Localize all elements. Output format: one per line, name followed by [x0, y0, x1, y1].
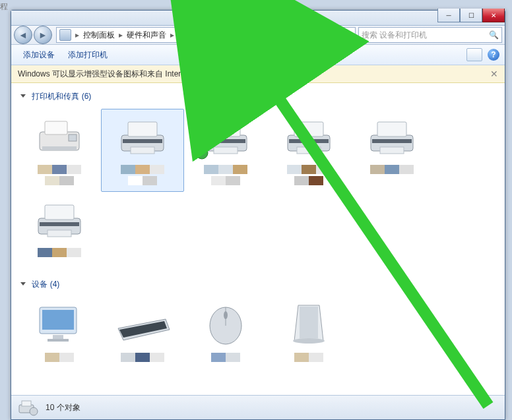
group-header-devices[interactable]: 设备 (4): [18, 275, 498, 297]
info-bar[interactable]: Windows 可以显示增强型设备图标和来自 Internet 的信息。请 行更…: [11, 65, 505, 83]
content-area: 打印机和传真 (6): [11, 83, 505, 394]
search-icon: 🔍: [489, 30, 499, 40]
printer-icon: [282, 117, 335, 156]
nav-bar: ◄ ► ▸ 控制面板 ▸ 硬件和声音 ▸ 设备和打印机 ▾ ↻ 搜索 设备和打印…: [11, 26, 505, 45]
svg-rect-37: [22, 401, 31, 406]
svg-point-35: [293, 338, 325, 344]
explorer-window: ─ ☐ ✕ ◄ ► ▸ 控制面板 ▸ 硬件和声音 ▸ 设备和打印机 ▾ ↻ 搜索…: [11, 10, 505, 420]
monitor-icon: [34, 303, 84, 345]
svg-rect-15: [289, 139, 329, 143]
add-device-button[interactable]: 添加设备: [16, 47, 61, 63]
printer-icon: [116, 117, 169, 156]
printer-icon: [33, 200, 86, 239]
collapse-icon: [20, 282, 26, 285]
printer-item[interactable]: [350, 109, 433, 192]
chevron-right-icon: ▸: [169, 30, 176, 40]
svg-rect-19: [372, 139, 412, 143]
breadcrumb-seg-0[interactable]: 控制面板: [80, 30, 117, 41]
svg-rect-9: [211, 122, 240, 136]
search-placeholder: 搜索 设备和打印机: [362, 30, 427, 41]
refresh-button[interactable]: ↻: [340, 27, 356, 43]
keyboard-icon: [114, 307, 171, 342]
svg-rect-6: [123, 139, 162, 143]
printer-icon: [366, 117, 418, 156]
back-button[interactable]: ◄: [14, 26, 32, 44]
svg-point-32: [224, 311, 228, 319]
svg-rect-20: [380, 147, 404, 154]
address-bar[interactable]: ▸ 控制面板 ▸ 硬件和声音 ▸ 设备和打印机 ▾: [56, 27, 337, 43]
device-item-keyboard[interactable]: [101, 297, 184, 380]
devices-icon: [59, 29, 71, 41]
title-bar: ─ ☐ ✕: [11, 11, 505, 26]
help-button[interactable]: ?: [488, 49, 499, 61]
svg-rect-27: [53, 335, 63, 339]
status-bar: 10 个对象: [11, 395, 505, 419]
breadcrumb-seg-1[interactable]: 硬件和声音: [124, 30, 169, 41]
close-button[interactable]: ✕: [482, 9, 505, 22]
svg-rect-11: [214, 147, 238, 154]
device-item-drive[interactable]: [267, 297, 350, 380]
svg-rect-28: [48, 339, 69, 342]
search-input[interactable]: 搜索 设备和打印机 🔍: [358, 27, 502, 43]
svg-rect-1: [45, 121, 67, 135]
svg-rect-2: [69, 135, 77, 141]
svg-rect-26: [42, 310, 74, 330]
info-bar-close[interactable]: ✕: [490, 69, 498, 79]
status-count: 10 个对象: [46, 402, 80, 413]
collapse-icon: [20, 94, 26, 98]
devices-grid: [18, 297, 498, 380]
minimize-button[interactable]: ─: [437, 9, 460, 22]
svg-rect-7: [131, 147, 154, 154]
printer-item-default[interactable]: [184, 109, 267, 192]
svg-rect-3: [42, 146, 77, 150]
background-text: 程: [0, 1, 8, 13]
status-icon: [18, 398, 39, 417]
device-item-mouse[interactable]: [184, 297, 267, 380]
breadcrumb-seg-2[interactable]: 设备和打印机: [176, 30, 228, 41]
svg-point-38: [30, 407, 38, 415]
svg-rect-18: [377, 122, 406, 136]
svg-rect-10: [206, 139, 245, 143]
maximize-button[interactable]: ☐: [460, 9, 482, 22]
info-bar-text: Windows 可以显示增强型设备图标和来自 Internet 的信息。请 行更…: [18, 69, 267, 80]
address-dropdown[interactable]: ▾: [330, 30, 334, 40]
toolbar: 添加设备 添加打印机 ?: [11, 45, 505, 65]
printer-item[interactable]: [18, 192, 101, 275]
default-check-icon: [195, 146, 208, 160]
printer-item[interactable]: [267, 109, 350, 192]
forward-button[interactable]: ►: [34, 26, 52, 44]
drive-icon: [290, 303, 327, 346]
svg-marker-34: [300, 307, 318, 338]
chevron-right-icon: ▸: [74, 30, 80, 40]
chevron-right-icon: ▸: [117, 30, 124, 40]
printer-item-selected[interactable]: [101, 109, 184, 192]
svg-rect-16: [297, 147, 321, 154]
svg-rect-23: [40, 222, 79, 226]
fax-icon: [36, 117, 83, 156]
device-item-monitor[interactable]: [18, 297, 101, 380]
view-options-button[interactable]: [466, 48, 482, 61]
printers-grid: [18, 109, 498, 275]
svg-rect-5: [128, 122, 157, 136]
svg-rect-22: [45, 205, 74, 220]
add-printer-button[interactable]: 添加打印机: [61, 47, 114, 63]
group-header-printers[interactable]: 打印机和传真 (6): [18, 87, 498, 109]
mouse-icon: [204, 303, 247, 345]
svg-rect-24: [48, 230, 71, 237]
printer-item[interactable]: [18, 109, 101, 192]
svg-rect-14: [294, 122, 323, 136]
